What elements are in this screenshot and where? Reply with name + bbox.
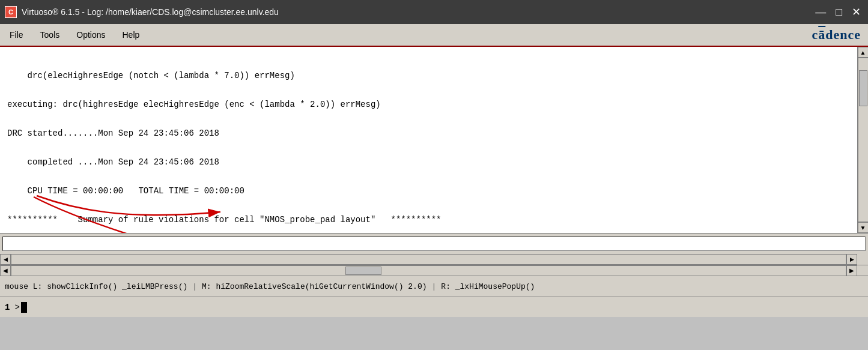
log-line-4: completed ....Mon Sep 24 23:45:06 2018 <box>7 157 850 167</box>
cmd-bar: 1 > <box>0 297 868 317</box>
close-button[interactable]: ✕ <box>849 7 863 17</box>
scrollbar-top-area: ◀ ▶ <box>0 254 868 265</box>
window-title: Virtuoso® 6.1.5 - Log: /home/kiaer/CDS.l… <box>22 7 279 17</box>
log-content: drc(elecHighresEdge (notch < (lambda * 7… <box>0 47 857 233</box>
cmd-cursor-caret <box>21 302 27 313</box>
menu-items: File Tools Options Help <box>7 28 142 42</box>
menu-options[interactable]: Options <box>74 28 108 42</box>
scroll-thumb[interactable] <box>859 70 867 106</box>
vertical-scrollbar[interactable]: ▲ ▼ <box>857 47 868 233</box>
scroll-down-button[interactable]: ▼ <box>858 222 869 233</box>
log-input[interactable] <box>2 237 866 251</box>
status-mouse-m: M: hiZoomRelativeScale(hiGetCurrentWindo… <box>202 282 426 291</box>
minimize-button[interactable]: — <box>813 7 828 17</box>
corner-filler <box>857 254 868 265</box>
cadence-logo: cādence <box>812 27 861 43</box>
horizontal-scrollbar: ◀ ▶ <box>0 265 868 276</box>
hscroll-track[interactable] <box>11 265 846 276</box>
log-line-2: executing: drc(highresEdge elecHighresEd… <box>7 100 850 109</box>
cmd-line-number: 1 <box>5 303 10 312</box>
hscroll-left-top[interactable]: ◀ <box>0 254 11 265</box>
status-mouse-r: R: _lxHiMousePopUp() <box>441 282 535 291</box>
title-bar-left: C Virtuoso® 6.1.5 - Log: /home/kiaer/CDS… <box>5 6 279 18</box>
window-controls: — □ ✕ <box>813 7 863 17</box>
scroll-track[interactable] <box>858 58 869 222</box>
menu-tools[interactable]: Tools <box>38 28 62 42</box>
input-area <box>0 233 868 254</box>
title-bar: C Virtuoso® 6.1.5 - Log: /home/kiaer/CDS… <box>0 0 868 24</box>
hscroll-left-button[interactable]: ◀ <box>0 265 11 276</box>
log-line-6: ********** Summary of rule violations fo… <box>7 215 850 225</box>
hscroll-thumb[interactable] <box>345 267 381 275</box>
hscroll-right-button[interactable]: ▶ <box>846 265 857 276</box>
menu-help[interactable]: Help <box>120 28 142 42</box>
cmd-prompt: > <box>14 303 19 312</box>
hscroll-track-top[interactable] <box>11 254 846 265</box>
status-mouse-l: mouse L: showClickInfo() _leiLMBPress() <box>5 282 187 291</box>
main-area: drc(elecHighresEdge (notch < (lambda * 7… <box>0 47 868 233</box>
menu-file[interactable]: File <box>7 28 26 42</box>
maximize-button[interactable]: □ <box>833 7 845 17</box>
log-line-3: DRC started.......Mon Sep 24 23:45:06 20… <box>7 128 850 138</box>
status-bar: mouse L: showClickInfo() _leiLMBPress() … <box>0 276 868 297</box>
hscroll-right-top[interactable]: ▶ <box>846 254 857 265</box>
log-line-1: drc(elecHighresEdge (notch < (lambda * 7… <box>7 71 850 80</box>
log-line-5: CPU TIME = 00:00:00 TOTAL TIME = 00:00:0… <box>7 186 850 196</box>
scroll-up-button[interactable]: ▲ <box>858 47 869 58</box>
menu-bar: File Tools Options Help cādence <box>0 24 868 47</box>
app-icon: C <box>5 6 17 18</box>
